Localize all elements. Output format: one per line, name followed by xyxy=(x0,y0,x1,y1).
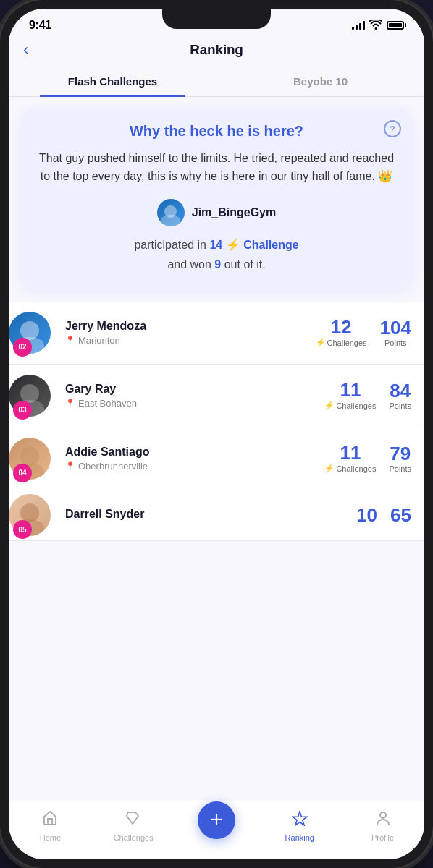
help-button[interactable]: ? xyxy=(384,120,401,137)
scroll-content: ? Why the heck he is here? That guy push… xyxy=(9,97,424,801)
hof-stats-line2: and won 9 out of it. xyxy=(36,255,397,274)
tab-flash-challenges[interactable]: Flash Challenges xyxy=(9,67,216,96)
rank-name: Addie Santiago xyxy=(65,446,314,459)
rank-location: 📍 Marionton xyxy=(65,335,306,346)
back-button[interactable]: ‹ xyxy=(23,41,28,59)
svg-point-0 xyxy=(380,812,386,818)
location-pin-icon: 📍 xyxy=(65,399,75,408)
tabs-bar: Flash Challenges Beyobe 10 xyxy=(9,67,424,97)
hof-lightning-icon: ⚡ xyxy=(226,239,243,251)
phone-frame: 9:41 xyxy=(0,0,433,868)
rank-name: Gary Ray xyxy=(65,383,314,396)
lightning-icon: ⚡ xyxy=(324,464,335,473)
challenges-stat: 11 ⚡ Challenges xyxy=(324,443,376,473)
hof-challenge-label: Challenge xyxy=(243,239,298,251)
hof-avatar xyxy=(157,199,185,226)
rank-location: 📍 Oberbrunnerville xyxy=(65,461,314,472)
rank-badge: 03 xyxy=(13,401,32,420)
notch xyxy=(162,9,271,29)
bottom-nav: Home Challenges + xyxy=(9,801,424,859)
lightning-icon: ⚡ xyxy=(324,401,335,410)
header: ‹ Ranking xyxy=(9,36,424,67)
hof-won-count: 9 xyxy=(214,258,221,271)
ranking-list: 02 Jerry Mendoza 📍 Marionton 12 xyxy=(9,296,424,547)
hof-description: That guy pushed himself to the limits. H… xyxy=(36,150,397,186)
rank-info: Addie Santiago 📍 Oberbrunnerville xyxy=(65,446,314,472)
status-icons xyxy=(352,20,404,32)
points-stat: 84 Points xyxy=(389,381,411,410)
rank-stats: 12 ⚡ Challenges 104 Points xyxy=(316,318,411,347)
location-pin-icon: 📍 xyxy=(65,461,75,471)
hall-of-fame-card: ? Why the heck he is here? That guy push… xyxy=(20,109,413,290)
tab-beyobe10[interactable]: Beyobe 10 xyxy=(216,67,424,96)
nav-item-ranking[interactable]: Ranking xyxy=(258,807,341,845)
hof-stats: participated in 14 ⚡ Challenge and won 9… xyxy=(36,235,397,274)
rank-stats: 10 65 xyxy=(356,506,411,524)
status-time: 9:41 xyxy=(29,19,51,32)
ranking-icon xyxy=(292,810,308,830)
nav-add-button[interactable]: + xyxy=(175,807,258,845)
ranking-item: 02 Jerry Mendoza 📍 Marionton 12 xyxy=(9,302,424,365)
wifi-icon xyxy=(369,20,382,32)
nav-label-profile: Profile xyxy=(371,833,394,842)
signal-bars-icon xyxy=(352,21,365,30)
ranking-item: 05 Darrell Snyder 10 65 xyxy=(9,490,424,541)
challenges-stat: 12 ⚡ Challenges xyxy=(316,318,367,347)
challenges-icon xyxy=(125,810,141,830)
points-stat: 65 xyxy=(390,506,411,524)
rank-name: Darrell Snyder xyxy=(65,508,346,521)
rank-badge: 04 xyxy=(13,464,32,482)
nav-item-challenges[interactable]: Challenges xyxy=(92,807,175,845)
location-pin-icon: 📍 xyxy=(65,336,75,345)
challenges-stat: 10 xyxy=(356,506,377,524)
hof-title: Why the heck he is here? xyxy=(36,123,397,140)
points-stat: 104 Points xyxy=(380,318,411,347)
nav-label-challenges: Challenges xyxy=(114,833,154,842)
challenges-stat: 11 ⚡ Challenges xyxy=(324,380,376,410)
nav-label-ranking: Ranking xyxy=(285,833,314,842)
rank-badge: 02 xyxy=(13,338,32,357)
rank-name: Jerry Mendoza xyxy=(65,320,306,333)
rank-stats: 11 ⚡ Challenges 84 Points xyxy=(324,380,411,410)
nav-item-home[interactable]: Home xyxy=(9,807,92,845)
rank-info: Gary Ray 📍 East Bohaven xyxy=(65,383,314,409)
lightning-icon: ⚡ xyxy=(316,338,326,347)
nav-item-profile[interactable]: Profile xyxy=(341,807,424,845)
ranking-item: 03 Gary Ray 📍 East Bohaven 11 xyxy=(9,365,424,427)
hof-stats-line1: participated in 14 ⚡ Challenge xyxy=(36,235,397,255)
rank-info: Jerry Mendoza 📍 Marionton xyxy=(65,320,306,346)
phone-screen: 9:41 xyxy=(9,9,424,859)
rank-info: Darrell Snyder xyxy=(65,508,346,523)
ranking-item: 04 Addie Santiago 📍 Oberbrunnerville 11 xyxy=(9,427,424,490)
hof-challenge-count: 14 xyxy=(209,239,222,251)
add-icon: + xyxy=(198,801,235,839)
rank-stats: 11 ⚡ Challenges 79 Points xyxy=(324,443,411,473)
nav-label-home: Home xyxy=(40,833,61,842)
home-icon xyxy=(42,810,58,830)
battery-icon xyxy=(387,21,404,30)
rank-badge: 05 xyxy=(13,520,32,539)
page-title: Ranking xyxy=(190,42,243,58)
hof-user-row: Jim_BingeGym xyxy=(36,199,397,226)
rank-location: 📍 East Bohaven xyxy=(65,398,314,409)
hof-username: Jim_BingeGym xyxy=(192,206,276,219)
points-stat: 79 Points xyxy=(389,444,411,473)
profile-icon xyxy=(375,810,391,830)
